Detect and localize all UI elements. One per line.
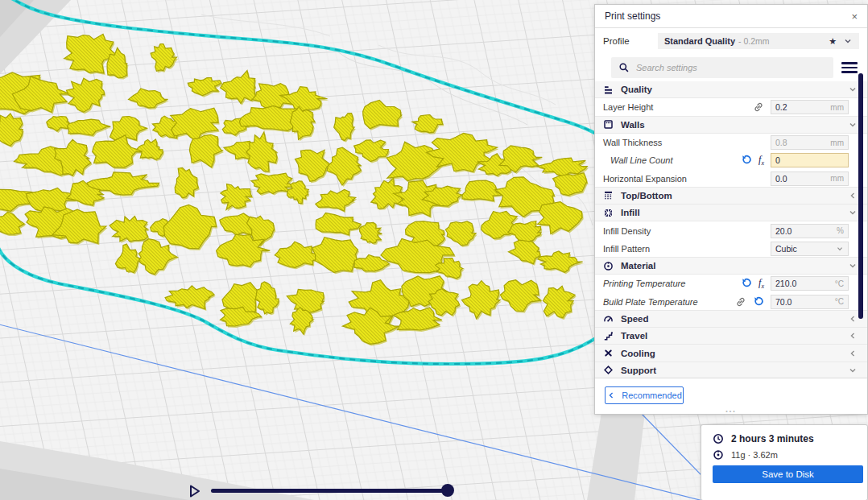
slider-handle[interactable] (441, 484, 454, 497)
chevron-down-icon (848, 261, 858, 271)
setting-value-build-plate-temperature[interactable]: 70.0°C (771, 295, 849, 309)
infill-icon (603, 208, 614, 218)
slider-track[interactable] (211, 489, 448, 493)
quality-icon (603, 85, 614, 95)
setting-value-horizontal-expansion[interactable]: 0.0mm (771, 171, 849, 186)
setting-value-printing-temperature[interactable]: 210.0°C (771, 276, 849, 291)
panel-resize-handle[interactable]: ••• (725, 409, 736, 414)
setting-row-infill-pattern: Infill PatternCubic (595, 240, 867, 258)
setting-unit: mm (830, 103, 844, 112)
section-label: Speed (621, 314, 649, 324)
setting-row-wall-thickness: Wall Thickness0.8mm (595, 134, 867, 151)
section-label: Material (621, 261, 655, 271)
section-label: Top/Bottom (621, 191, 672, 200)
print-time-estimate: 2 hours 3 minutes (731, 433, 814, 444)
star-icon[interactable]: ★ (829, 36, 837, 47)
clock-icon (713, 433, 724, 444)
panel-scrollbar[interactable] (858, 73, 863, 319)
setting-label: Infill Pattern (603, 244, 650, 254)
chevron-left-icon (848, 314, 858, 324)
section-header-cooling[interactable]: Cooling (595, 344, 867, 362)
section-header-infill[interactable]: Infill (595, 204, 867, 221)
save-to-disk-button[interactable]: Save to Disk (713, 465, 863, 483)
chevron-down-icon (843, 36, 853, 46)
setting-row-printing-temperature: Printing Temperaturefx210.0°C (595, 275, 867, 292)
setting-label: Printing Temperature (603, 279, 685, 288)
setting-label: Build Plate Temperature (603, 297, 698, 307)
setting-label: Infill Density (603, 226, 651, 236)
section-header-support[interactable]: Support (595, 362, 867, 379)
support-icon (603, 365, 614, 375)
link-icon[interactable] (735, 296, 746, 308)
setting-label: Wall Thickness (603, 138, 662, 147)
section-label: Walls (621, 120, 645, 130)
section-header-walls[interactable]: Walls (595, 116, 867, 134)
cooling-icon (603, 348, 614, 358)
section-header-top-bottom[interactable]: Top/Bottom (595, 187, 867, 205)
profile-suffix: - 0.2mm (738, 36, 770, 46)
settings-list: QualityLayer Height0.2mmWallsWall Thickn… (595, 81, 867, 380)
walls-icon (603, 119, 614, 130)
setting-unit: °C (835, 297, 844, 306)
section-label: Quality (621, 85, 652, 94)
panel-header: Print settings × (595, 5, 867, 28)
topbottom-icon (603, 190, 614, 200)
section-header-material[interactable]: Material (595, 257, 867, 275)
panel-title: Print settings (605, 10, 660, 22)
close-icon[interactable]: × (851, 11, 858, 22)
section-header-quality[interactable]: Quality (595, 81, 867, 98)
travel-icon (603, 331, 614, 341)
setting-label: Wall Line Count (603, 155, 672, 165)
chevron-down-icon (848, 208, 858, 217)
link-icon[interactable] (753, 101, 764, 113)
chevron-down-icon (848, 85, 858, 94)
setting-label: Layer Height (603, 102, 653, 112)
search-placeholder: Search settings (636, 63, 697, 72)
chevron-down-icon (836, 245, 844, 253)
print-settings-panel: Print settings × Profile Standard Qualit… (594, 4, 868, 415)
revert-icon[interactable] (741, 155, 752, 166)
revert-icon[interactable] (753, 296, 764, 308)
setting-value-wall-thickness[interactable]: 0.8mm (771, 135, 849, 150)
setting-value-infill-pattern[interactable]: Cubic (771, 242, 849, 256)
panel-footer: Recommended ••• (595, 378, 867, 414)
settings-menu-icon[interactable] (841, 60, 858, 76)
profile-dropdown[interactable]: Standard Quality - 0.2mm ★ (658, 33, 859, 49)
section-label: Infill (621, 208, 640, 217)
setting-row-layer-height: Layer Height0.2mm (595, 98, 867, 116)
section-label: Travel (621, 331, 647, 341)
setting-value-infill-density[interactable]: 20.0% (771, 224, 849, 238)
material-gauge-icon (713, 449, 724, 461)
speed-icon (603, 314, 614, 324)
setting-unit: % (837, 226, 844, 235)
chevron-left-icon (848, 349, 858, 358)
chevron-down-icon (848, 366, 858, 375)
section-header-travel[interactable]: Travel (595, 327, 867, 345)
section-label: Support (621, 366, 656, 375)
layer-playback-slider (189, 481, 463, 500)
chevron-left-icon (848, 191, 858, 200)
setting-unit: mm (830, 138, 844, 147)
chevron-left-icon (848, 331, 858, 341)
profile-row: Profile Standard Quality - 0.2mm ★ (595, 28, 867, 54)
formula-icon[interactable]: fx (758, 155, 764, 167)
setting-value-layer-height[interactable]: 0.2mm (771, 100, 849, 114)
recommended-button[interactable]: Recommended (605, 386, 684, 404)
search-row: Search settings (595, 54, 867, 81)
formula-icon[interactable]: fx (758, 278, 764, 290)
chevron-down-icon (848, 120, 858, 130)
material-icon (603, 261, 614, 271)
search-input[interactable]: Search settings (611, 57, 833, 78)
setting-unit: °C (835, 279, 844, 288)
play-button[interactable] (189, 485, 200, 498)
chevron-left-icon (606, 390, 616, 400)
setting-row-infill-density: Infill Density20.0% (595, 221, 867, 239)
output-panel: 2 hours 3 minutes 11g · 3.62m Save to Di… (701, 424, 868, 500)
revert-icon[interactable] (741, 278, 752, 289)
setting-value-wall-line-count[interactable]: 0 (771, 153, 849, 167)
profile-value: Standard Quality (664, 36, 735, 46)
section-label: Cooling (621, 349, 655, 358)
section-header-speed[interactable]: Speed (595, 310, 867, 328)
profile-label: Profile (603, 36, 630, 46)
recommended-label: Recommended (622, 390, 682, 400)
